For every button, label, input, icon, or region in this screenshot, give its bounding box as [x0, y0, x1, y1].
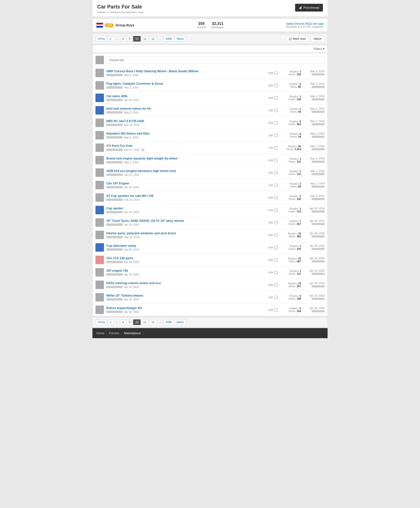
- thread-title-link[interactable]: Interior parts, polycarb windows and arc…: [106, 232, 266, 235]
- thread-author: [106, 149, 123, 151]
- select-thread-checkbox[interactable]: [274, 159, 278, 162]
- edit-link[interactable]: Edit: [269, 209, 273, 211]
- page-8-button[interactable]: 8: [120, 36, 126, 42]
- bottom-next-page-button[interactable]: Next»: [174, 319, 186, 325]
- edit-link[interactable]: Edit: [269, 196, 273, 199]
- thread-title-link[interactable]: EPAS steering column motor and ecu: [106, 281, 266, 285]
- thread-title-link[interactable]: Cup spoiler: [106, 207, 266, 210]
- post-thread-button[interactable]: Post thread: [295, 4, 323, 12]
- edit-link[interactable]: Edit: [269, 184, 273, 187]
- select-thread-checkbox[interactable]: [274, 296, 278, 299]
- thread-title-input[interactable]: [106, 56, 324, 64]
- bottom-page-12-button[interactable]: 12: [149, 319, 157, 325]
- edit-link[interactable]: Edit: [269, 134, 273, 137]
- select-thread-checkbox[interactable]: [274, 196, 278, 199]
- bottom-page-11-button[interactable]: 11: [141, 319, 149, 325]
- thread-title-link[interactable]: Standard 182 Airbox and filter: [106, 132, 266, 135]
- thread-title-link[interactable]: BBS RC 16x7.5 ET35 £400: [106, 119, 266, 123]
- edit-link[interactable]: Edit: [269, 146, 273, 149]
- latest-post-title[interactable]: Safety Devices R022 roll cage: [286, 22, 323, 25]
- bottom-page-2468-button[interactable]: 2468: [164, 319, 174, 325]
- select-thread-checkbox[interactable]: [274, 246, 278, 249]
- next-page-button[interactable]: Next»: [174, 36, 186, 42]
- edit-link[interactable]: Edit: [269, 284, 273, 286]
- edit-link[interactable]: Edit: [269, 109, 273, 112]
- page-1-button[interactable]: 1: [108, 36, 113, 42]
- edit-link[interactable]: Edit: [269, 258, 273, 261]
- select-thread-checkbox[interactable]: [274, 284, 278, 286]
- page-10-button[interactable]: 10: [133, 36, 140, 42]
- bottom-page-8-button[interactable]: 8: [120, 319, 126, 325]
- breadcrumb-forums[interactable]: Forums: [109, 331, 120, 335]
- thread-title-link[interactable]: Cup alternator setup: [106, 244, 266, 247]
- thread-title-link[interactable]: Rotrex Supercharger Kit: [106, 306, 266, 310]
- edit-link[interactable]: Edit: [269, 121, 273, 124]
- select-thread-checkbox[interactable]: [274, 233, 278, 237]
- thread-title-link[interactable]: Clio 172/ 182 parts: [106, 256, 266, 260]
- edit-link[interactable]: Edit: [269, 159, 273, 162]
- breadcrumb-home[interactable]: Home: [96, 331, 105, 335]
- replies-stat: Replies: 7: [282, 220, 301, 223]
- thread-actions: Edit: [269, 146, 278, 149]
- bottom-page-9-button[interactable]: 9: [127, 319, 133, 325]
- filters-button[interactable]: Filters ▾: [314, 47, 324, 51]
- thread-last-date-text: May 1, 2018: [306, 170, 324, 172]
- breadcrumb-bar: Home › Forums › Marketplace ›: [92, 328, 328, 338]
- bottom-prev-page-button[interactable]: «Prev: [96, 319, 107, 325]
- page-12-button[interactable]: 12: [149, 36, 157, 42]
- select-thread-checkbox[interactable]: [274, 109, 278, 112]
- thread-last-date-text: May 2, 2018: [306, 95, 324, 97]
- page-9-button[interactable]: 9: [127, 36, 133, 42]
- thread-pages[interactable]: 2: [141, 148, 145, 151]
- thread-last-date: May 1, 2018: [306, 157, 324, 164]
- page-11-button[interactable]: 11: [141, 36, 149, 42]
- thread-title-link[interactable]: Cat cams 428s: [106, 94, 266, 98]
- select-thread-checkbox[interactable]: [274, 171, 278, 174]
- edit-link[interactable]: Edit: [269, 84, 273, 87]
- thread-title-link[interactable]: Clio 197 Engine: [106, 182, 266, 185]
- thread-title-link[interactable]: White 15" Turbine wheels: [106, 294, 266, 297]
- select-thread-checkbox[interactable]: [274, 209, 278, 212]
- prev-page-button[interactable]: «Prev: [96, 36, 107, 42]
- thread-title-link[interactable]: Fog lights, Catalytic Convertor & Decat: [106, 82, 266, 85]
- bottom-page-1-button[interactable]: 1: [108, 319, 113, 325]
- mark-read-button[interactable]: Mark read: [286, 36, 308, 42]
- thread-title-link[interactable]: OMP Corsica Race / Rally Steering Wheel …: [106, 69, 266, 73]
- breadcrumb-marketplace[interactable]: Marketplace: [124, 331, 141, 335]
- edit-link[interactable]: Edit: [269, 308, 273, 311]
- thread-title-link[interactable]: 197 engine 74k: [106, 269, 266, 272]
- views-stat: Views: 103: [282, 73, 301, 76]
- select-thread-checkbox[interactable]: [274, 134, 278, 137]
- page-2468-button[interactable]: 2468: [164, 36, 174, 42]
- select-thread-checkbox[interactable]: [274, 121, 278, 124]
- group-buys-title[interactable]: Group Buys: [115, 23, 134, 27]
- edit-link[interactable]: Edit: [269, 97, 273, 99]
- replies-stat: Replies: 1: [282, 207, 301, 210]
- bottom-page-10-button[interactable]: 10: [133, 319, 140, 325]
- edit-link[interactable]: Edit: [269, 271, 273, 274]
- watch-button[interactable]: Watch: [310, 36, 324, 42]
- select-thread-checkbox[interactable]: [274, 97, 278, 99]
- select-thread-checkbox[interactable]: [274, 308, 278, 311]
- select-thread-checkbox[interactable]: [274, 146, 278, 149]
- select-thread-checkbox[interactable]: [274, 84, 278, 87]
- select-thread-checkbox[interactable]: [274, 72, 278, 75]
- replies-stat: Replies: 15: [282, 232, 301, 235]
- thread-title-link[interactable]: 15" Track Tyres, A048, DZ03G, OZ F1 15" …: [106, 219, 266, 223]
- edit-link[interactable]: Edit: [269, 221, 273, 224]
- thread-title-link[interactable]: AEM fic8 ecu (engine dynamics high boost…: [106, 169, 266, 173]
- edit-link[interactable]: Edit: [269, 246, 273, 249]
- thread-last-user: [312, 161, 324, 163]
- thread-title-link[interactable]: Brand new engine dynamic light weight fl…: [106, 157, 266, 160]
- thread-title-link[interactable]: Inlet and exhaust valves for f4r: [106, 107, 266, 110]
- edit-link[interactable]: Edit: [269, 296, 273, 299]
- edit-link[interactable]: Edit: [269, 233, 273, 236]
- edit-link[interactable]: Edit: [269, 171, 273, 174]
- thread-title-link[interactable]: X2 Cup spoilers for sale BG / AB: [106, 194, 266, 198]
- select-thread-checkbox[interactable]: [274, 271, 278, 274]
- thread-title-link[interactable]: 1*2 Parts For Sale: [106, 144, 266, 148]
- select-thread-checkbox[interactable]: [274, 184, 278, 187]
- edit-link[interactable]: Edit: [269, 72, 273, 74]
- select-thread-checkbox[interactable]: [274, 221, 278, 224]
- select-thread-checkbox[interactable]: [274, 258, 278, 261]
